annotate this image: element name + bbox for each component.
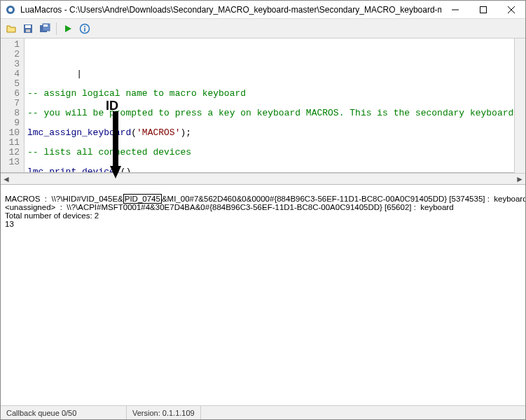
line-number: 7 <box>1 99 20 108</box>
status-bar: Callback queue 0/50 Version: 0.1.1.109 <box>1 405 525 419</box>
status-version: Version: 0.1.1.109 <box>127 406 201 419</box>
code-line: -- assign logical name to macro keyboard <box>27 88 246 99</box>
output-pane[interactable]: MACROS : \\?\HID#VID_045E&PID_0745&MI_00… <box>1 184 525 405</box>
run-button[interactable] <box>60 21 76 36</box>
editor-vertical-scrollbar[interactable] <box>514 38 525 173</box>
line-number: 3 <box>1 59 20 69</box>
line-number: 11 <box>1 138 20 148</box>
minimize-button[interactable] <box>441 1 469 19</box>
output-line: 13 <box>5 220 14 228</box>
output-line: MACROS : \\?\HID#VID_045E&PID_0745&MI_00… <box>5 194 525 204</box>
svg-rect-3 <box>480 7 487 13</box>
line-number: 10 <box>1 128 20 138</box>
line-number: 9 <box>1 118 20 128</box>
maximize-button[interactable] <box>469 1 497 19</box>
open-button[interactable] <box>4 21 19 36</box>
status-queue: Callback queue 0/50 <box>1 406 127 419</box>
svg-rect-7 <box>25 25 31 28</box>
code-editor[interactable]: | -- assign logical name to macro keyboa… <box>25 38 525 172</box>
window-controls <box>441 1 525 18</box>
svg-rect-8 <box>26 29 30 32</box>
toolbar-separator <box>56 22 57 35</box>
editor-horizontal-scrollbar[interactable]: ◄ ► <box>1 173 525 184</box>
output-line: <unassigned> : \\?\ACPI#MSFT0001#4&30E7D… <box>5 203 454 211</box>
svg-point-1 <box>8 8 13 12</box>
line-number: 6 <box>1 89 20 99</box>
app-icon <box>5 4 16 15</box>
code-line: -- you will be prompted to press a key o… <box>27 108 513 118</box>
line-number: 4 <box>1 69 20 79</box>
save-button[interactable] <box>20 21 36 36</box>
pid-highlight: PID_0745 <box>123 194 162 204</box>
code-token: lmc_assign_keyboard <box>27 127 131 138</box>
save-as-button[interactable] <box>37 21 53 36</box>
close-button[interactable] <box>497 1 525 19</box>
svg-point-13 <box>84 26 85 27</box>
line-number: 5 <box>1 79 20 89</box>
svg-rect-11 <box>43 24 48 27</box>
line-number: 2 <box>1 50 20 59</box>
svg-rect-14 <box>84 28 85 31</box>
output-line: Total number of devices: 2 <box>5 211 99 220</box>
window-titlebar: LuaMacros - C:\Users\Andre\Downloads\Sec… <box>1 1 525 19</box>
code-token: 'MACROS' <box>137 127 180 138</box>
line-number: 13 <box>1 158 20 167</box>
line-number: 8 <box>1 108 20 118</box>
line-number: 12 <box>1 148 20 158</box>
code-token: lmc_print_devices <box>27 167 120 172</box>
scroll-left-icon[interactable]: ◄ <box>1 174 12 184</box>
line-number: 1 <box>1 40 20 50</box>
line-gutter: 1 2 3 4 5 6 7 8 9 10 11 12 13 <box>1 38 25 172</box>
code-line: -- lists all connected devices <box>27 147 191 158</box>
window-title: LuaMacros - C:\Users\Andre\Downloads\Sec… <box>20 5 441 15</box>
toolbar <box>1 19 525 38</box>
scroll-right-icon[interactable]: ► <box>514 174 525 184</box>
editor-pane: 1 2 3 4 5 6 7 8 9 10 11 12 13 | -- assig… <box>1 38 525 173</box>
info-button[interactable] <box>77 21 92 36</box>
